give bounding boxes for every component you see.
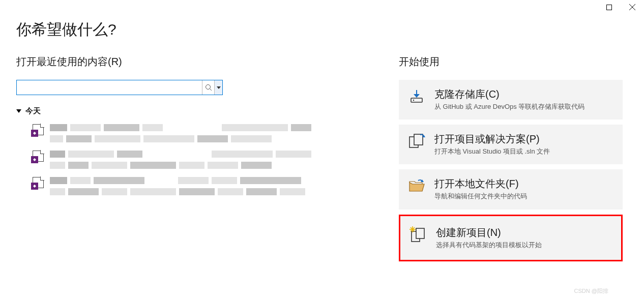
recent-heading: 打开最近使用的内容(R)	[16, 55, 383, 69]
watermark: CSDN @阳排	[574, 287, 608, 295]
redacted-text	[50, 177, 383, 195]
svg-marker-5	[217, 86, 221, 89]
card-clone-repository[interactable]: 克隆存储库(C) 从 GitHub 或 Azure DevOps 等联机存储库获…	[399, 80, 623, 120]
open-project-icon	[408, 133, 425, 150]
chevron-down-icon	[217, 86, 221, 89]
project-icon	[33, 151, 44, 162]
recent-group-header[interactable]: 今天	[16, 106, 383, 116]
card-title: 打开本地文件夹(F)	[434, 177, 527, 190]
search-dropdown-button[interactable]	[214, 80, 222, 95]
collapse-triangle-icon	[16, 109, 21, 113]
card-title: 打开项目或解决方案(P)	[434, 133, 550, 145]
search-input[interactable]	[17, 80, 202, 95]
svg-rect-0	[606, 5, 611, 10]
svg-rect-15	[416, 228, 424, 239]
card-desc: 选择具有代码基架的项目模板以开始	[436, 241, 542, 250]
svg-marker-9	[414, 94, 420, 98]
search-icon	[205, 84, 212, 91]
recent-project-item[interactable]	[16, 173, 383, 199]
card-title: 创建新项目(N)	[436, 226, 542, 239]
card-title: 克隆存储库(C)	[434, 88, 584, 100]
open-folder-icon	[408, 177, 425, 195]
svg-line-4	[210, 89, 212, 91]
card-create-new-project[interactable]: 创建新项目(N) 选择具有代码基架的项目模板以开始	[399, 215, 623, 261]
new-project-icon	[409, 226, 427, 244]
project-icon	[33, 124, 44, 135]
recent-group-label: 今天	[25, 106, 41, 116]
card-desc: 从 GitHub 或 Azure DevOps 等联机存储库获取代码	[434, 102, 584, 111]
recent-project-item[interactable]	[16, 146, 383, 173]
card-open-folder[interactable]: 打开本地文件夹(F) 导航和编辑任何文件夹中的代码	[399, 169, 623, 209]
svg-rect-11	[414, 134, 423, 145]
card-desc: 打开本地 Visual Studio 项目或 .sln 文件	[434, 147, 550, 156]
redacted-text	[50, 124, 383, 142]
recent-project-item[interactable]	[16, 120, 383, 146]
page-title: 你希望做什么?	[16, 19, 116, 40]
svg-point-3	[206, 85, 210, 90]
maximize-icon	[606, 5, 612, 10]
project-icon	[33, 177, 44, 188]
svg-rect-6	[411, 98, 422, 102]
clone-icon	[408, 88, 425, 105]
window-close-button[interactable]	[621, 0, 644, 14]
svg-point-7	[413, 100, 414, 101]
window-maximize-button[interactable]	[597, 0, 621, 14]
card-desc: 导航和编辑任何文件夹中的代码	[434, 192, 527, 201]
getstarted-heading: 开始使用	[399, 55, 623, 69]
card-open-project[interactable]: 打开项目或解决方案(P) 打开本地 Visual Studio 项目或 .sln…	[399, 125, 623, 164]
redacted-text	[50, 151, 383, 169]
close-icon	[629, 4, 635, 10]
search-button[interactable]	[202, 80, 214, 95]
